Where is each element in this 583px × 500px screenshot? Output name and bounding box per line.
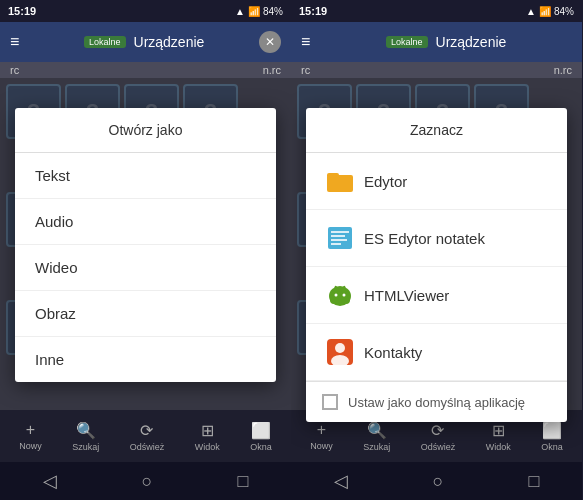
bottom-toolbar-1: + Nowy 🔍 Szukaj ⟳ Odśwież ⊞ Widok ⬜ Okna: [0, 410, 291, 462]
toolbar-btn-search-label-2: Szukaj: [363, 442, 390, 452]
open-as-dialog: Otwórz jako Tekst Audio Wideo Obraz Inne: [15, 108, 276, 382]
dialog-item-es-edytor[interactable]: ES Edytor notatek: [306, 210, 567, 267]
dialog-item-label-kontakty: Kontakty: [364, 344, 422, 361]
dialog-title-2: Zaznacz: [306, 108, 567, 153]
toolbar-btn-search-2[interactable]: 🔍 Szukaj: [357, 417, 396, 456]
dialog-item-label-obraz: Obraz: [35, 305, 76, 322]
toolbar-btn-view-label-2: Widok: [486, 442, 511, 452]
app-bar-title-2: Urządzenie: [436, 34, 507, 50]
nav-home-2[interactable]: ○: [421, 467, 456, 496]
nav-recent-1[interactable]: □: [226, 467, 261, 496]
close-icon-1[interactable]: ✕: [259, 31, 281, 53]
app-bar-header-2: Lokalne Urządzenie: [320, 34, 572, 50]
dialog-item-html-viewer[interactable]: HTMLViewer: [306, 267, 567, 324]
nav-bar-2: ◁ ○ □: [291, 462, 582, 500]
dialog-item-kontakty[interactable]: Kontakty: [306, 324, 567, 381]
toolbar-btn-view-1[interactable]: ⊞ Widok: [189, 417, 226, 456]
dialog-item-label-es: ES Edytor notatek: [364, 230, 485, 247]
android-icon: [326, 281, 354, 309]
app-bar-2: ≡ Lokalne Urządzenie: [291, 22, 582, 62]
app-bar-header-1: Lokalne Urządzenie: [29, 34, 259, 50]
content-area-2: ? ? ? ? ? ? ? ? ? ? ? ? Zaznacz: [291, 78, 582, 410]
menu-icon-1[interactable]: ≡: [10, 33, 19, 51]
svg-rect-5: [331, 239, 347, 241]
dialog-item-label-inne: Inne: [35, 351, 64, 368]
wifi-icon: 📶: [248, 6, 260, 17]
set-default-row[interactable]: Ustaw jako domyślną aplikację: [306, 381, 567, 422]
svg-rect-6: [331, 243, 341, 245]
location-badge-1: Lokalne: [84, 36, 126, 48]
toolbar-btn-new-2[interactable]: + Nowy: [304, 417, 339, 455]
dialog-item-label-edytor: Edytor: [364, 173, 407, 190]
dialog-item-edytor[interactable]: Edytor: [306, 153, 567, 210]
view-icon-2: ⊞: [492, 421, 505, 440]
app-bar-title-1: Urządzenie: [134, 34, 205, 50]
svg-rect-4: [331, 235, 345, 237]
col-rc-2: rc: [301, 64, 554, 76]
toolbar-btn-refresh-1[interactable]: ⟳ Odśwież: [124, 417, 171, 456]
toolbar-btn-windows-1[interactable]: ⬜ Okna: [244, 417, 278, 456]
status-icons-1: ▲ 📶 84%: [235, 6, 283, 17]
column-headers-1: rc n.rc: [0, 62, 291, 78]
nav-back-2[interactable]: ◁: [322, 466, 360, 496]
col-rc-1: rc: [10, 64, 263, 76]
windows-icon-2: ⬜: [542, 421, 562, 440]
view-icon-1: ⊞: [201, 421, 214, 440]
dialog-item-label-tekst: Tekst: [35, 167, 70, 184]
column-headers-2: rc n.rc: [291, 62, 582, 78]
svg-rect-2: [328, 227, 352, 249]
dialog-item-label-audio: Audio: [35, 213, 73, 230]
location-badge-2: Lokalne: [386, 36, 428, 48]
phone-panel-2: 15:19 ▲ 📶 84% ≡ Lokalne Urządzenie rc n.…: [291, 0, 582, 500]
dialog-item-obraz[interactable]: Obraz: [15, 291, 276, 337]
new-icon-2: +: [317, 421, 326, 439]
battery-label-2: 84%: [554, 6, 574, 17]
status-time-1: 15:19: [8, 5, 36, 17]
set-default-label: Ustaw jako domyślną aplikację: [348, 395, 525, 410]
toolbar-btn-windows-label-2: Okna: [541, 442, 563, 452]
signal-icon: ▲: [235, 6, 245, 17]
status-bar-2: 15:19 ▲ 📶 84%: [291, 0, 582, 22]
toolbar-btn-new-1[interactable]: + Nowy: [13, 417, 48, 455]
folder-icon: [326, 167, 354, 195]
toolbar-btn-view-2[interactable]: ⊞ Widok: [480, 417, 517, 456]
set-default-checkbox[interactable]: [322, 394, 338, 410]
app-bar-1: ≡ Lokalne Urządzenie ✕: [0, 22, 291, 62]
svg-rect-3: [331, 231, 349, 233]
new-icon-1: +: [26, 421, 35, 439]
toolbar-btn-refresh-2[interactable]: ⟳ Odśwież: [415, 417, 462, 456]
nav-home-1[interactable]: ○: [130, 467, 165, 496]
signal-icon-2: ▲: [526, 6, 536, 17]
toolbar-btn-refresh-label-1: Odśwież: [130, 442, 165, 452]
contact-icon: [326, 338, 354, 366]
svg-point-11: [335, 294, 338, 297]
toolbar-btn-refresh-label-2: Odśwież: [421, 442, 456, 452]
refresh-icon-2: ⟳: [431, 421, 444, 440]
nav-back-1[interactable]: ◁: [31, 466, 69, 496]
dialog-item-audio[interactable]: Audio: [15, 199, 276, 245]
wifi-icon-2: 📶: [539, 6, 551, 17]
toolbar-btn-windows-2[interactable]: ⬜ Okna: [535, 417, 569, 456]
dialog-item-label-wideo: Wideo: [35, 259, 78, 276]
toolbar-btn-search-1[interactable]: 🔍 Szukaj: [66, 417, 105, 456]
phone-panel-1: 15:19 ▲ 📶 84% ≡ Lokalne Urządzenie ✕ rc …: [0, 0, 291, 500]
search-icon-1: 🔍: [76, 421, 96, 440]
col-nrc-2: n.rc: [554, 64, 572, 76]
content-area-1: ? ? ? ? ? ? ? ? ? ? ? ? Otwórz jako Teks…: [0, 78, 291, 410]
toolbar-btn-search-label-1: Szukaj: [72, 442, 99, 452]
svg-point-12: [343, 294, 346, 297]
toolbar-btn-windows-label-1: Okna: [250, 442, 272, 452]
status-time-2: 15:19: [299, 5, 327, 17]
search-icon-2: 🔍: [367, 421, 387, 440]
dialog-item-wideo[interactable]: Wideo: [15, 245, 276, 291]
dialog-title-1: Otwórz jako: [15, 108, 276, 153]
svg-rect-10: [330, 296, 350, 304]
menu-icon-2[interactable]: ≡: [301, 33, 310, 51]
nav-bar-1: ◁ ○ □: [0, 462, 291, 500]
nav-recent-2[interactable]: □: [517, 467, 552, 496]
notes-icon: [326, 224, 354, 252]
dialog-item-inne[interactable]: Inne: [15, 337, 276, 382]
battery-label-1: 84%: [263, 6, 283, 17]
dialog-item-tekst[interactable]: Tekst: [15, 153, 276, 199]
select-dialog: Zaznacz Edytor: [306, 108, 567, 422]
